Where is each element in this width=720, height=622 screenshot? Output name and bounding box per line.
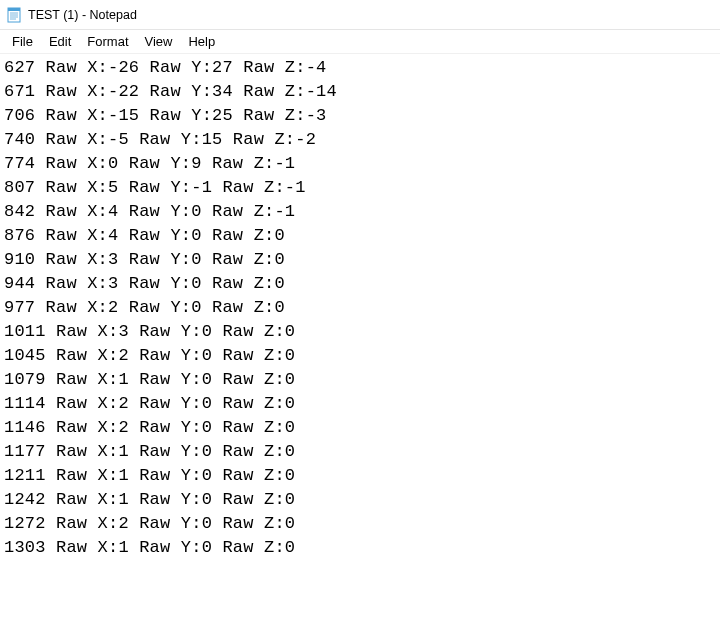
text-line: 1045 Raw X:2 Raw Y:0 Raw Z:0 [4, 344, 716, 368]
text-line: 740 Raw X:-5 Raw Y:15 Raw Z:-2 [4, 128, 716, 152]
menu-bar: File Edit Format View Help [0, 30, 720, 54]
text-line: 1242 Raw X:1 Raw Y:0 Raw Z:0 [4, 488, 716, 512]
text-line: 1079 Raw X:1 Raw Y:0 Raw Z:0 [4, 368, 716, 392]
text-line: 876 Raw X:4 Raw Y:0 Raw Z:0 [4, 224, 716, 248]
notepad-icon [6, 7, 22, 23]
text-line: 627 Raw X:-26 Raw Y:27 Raw Z:-4 [4, 56, 716, 80]
menu-format[interactable]: Format [79, 32, 136, 51]
text-line: 1146 Raw X:2 Raw Y:0 Raw Z:0 [4, 416, 716, 440]
text-line: 1011 Raw X:3 Raw Y:0 Raw Z:0 [4, 320, 716, 344]
text-line: 1211 Raw X:1 Raw Y:0 Raw Z:0 [4, 464, 716, 488]
text-line: 671 Raw X:-22 Raw Y:34 Raw Z:-14 [4, 80, 716, 104]
menu-view[interactable]: View [137, 32, 181, 51]
text-line: 977 Raw X:2 Raw Y:0 Raw Z:0 [4, 296, 716, 320]
window-titlebar: TEST (1) - Notepad [0, 0, 720, 30]
menu-edit[interactable]: Edit [41, 32, 79, 51]
menu-file[interactable]: File [4, 32, 41, 51]
text-line: 944 Raw X:3 Raw Y:0 Raw Z:0 [4, 272, 716, 296]
text-line: 1114 Raw X:2 Raw Y:0 Raw Z:0 [4, 392, 716, 416]
window-title: TEST (1) - Notepad [28, 8, 137, 22]
text-line: 706 Raw X:-15 Raw Y:25 Raw Z:-3 [4, 104, 716, 128]
svg-rect-1 [8, 8, 20, 11]
text-line: 1303 Raw X:1 Raw Y:0 Raw Z:0 [4, 536, 716, 560]
text-line: 910 Raw X:3 Raw Y:0 Raw Z:0 [4, 248, 716, 272]
text-line: 1272 Raw X:2 Raw Y:0 Raw Z:0 [4, 512, 716, 536]
text-line: 1177 Raw X:1 Raw Y:0 Raw Z:0 [4, 440, 716, 464]
text-line: 807 Raw X:5 Raw Y:-1 Raw Z:-1 [4, 176, 716, 200]
menu-help[interactable]: Help [180, 32, 223, 51]
text-line: 842 Raw X:4 Raw Y:0 Raw Z:-1 [4, 200, 716, 224]
text-area[interactable]: 627 Raw X:-26 Raw Y:27 Raw Z:-4671 Raw X… [0, 54, 720, 562]
text-line: 774 Raw X:0 Raw Y:9 Raw Z:-1 [4, 152, 716, 176]
